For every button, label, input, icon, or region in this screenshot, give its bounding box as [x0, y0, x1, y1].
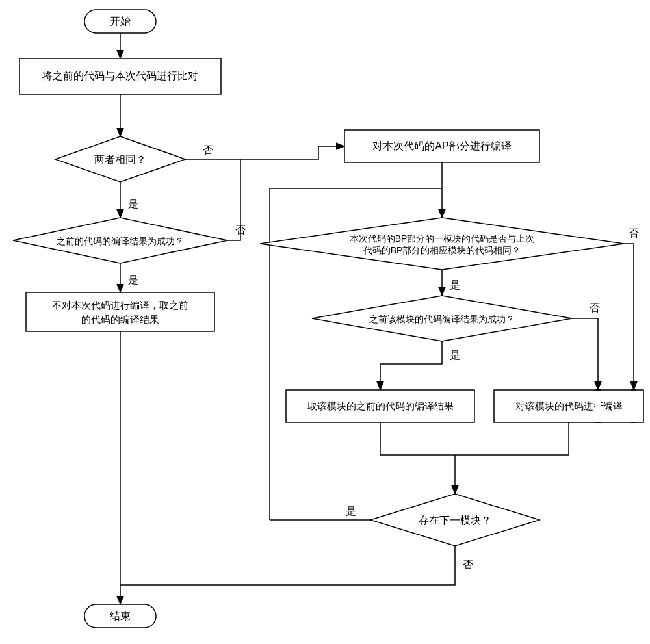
edge-dnext-no — [120, 546, 455, 585]
start-node: 开始 — [84, 10, 156, 33]
compileap-label: 对本次代码的AP部分进行编译 — [372, 140, 511, 151]
svg-rect-4 — [26, 292, 214, 331]
skip-label-2: 的代码的编译结果 — [81, 314, 159, 325]
dsame-yes-label: 是 — [128, 198, 138, 209]
dsame-no-label: 否 — [203, 144, 213, 155]
dnext-label: 存在下一模块？ — [419, 515, 491, 526]
skip-label-1: 不对本次代码进行编译，取之前 — [52, 300, 188, 311]
dnext-node: 存在下一模块？ — [370, 494, 540, 546]
dmod-no-label: 否 — [590, 302, 600, 313]
dmod-yes-label: 是 — [450, 350, 460, 361]
takeprev-label: 取该模块的之前的代码的编译结果 — [307, 400, 454, 411]
dbp-yes-label: 是 — [450, 279, 460, 290]
end-node: 结束 — [84, 604, 156, 628]
dprev-no-label: 否 — [235, 224, 246, 235]
dbp-no-label: 否 — [629, 227, 639, 238]
svg-rect-20 — [631, 391, 636, 422]
compare-node: 将之前的代码与本次代码进行比对 — [20, 58, 221, 94]
dbp-label-1: 本次代码的BP部分的一模块的代码是否与上次 — [350, 233, 535, 244]
compilemod-node: 对该模块的代码进行编译 — [494, 390, 644, 422]
flowchart: 开始 将之前的代码与本次代码进行比对 两者相同？ 否 是 之前的代码的编译结果为… — [0, 0, 650, 644]
end-label: 结束 — [110, 610, 131, 621]
dsame-node: 两者相同？ — [55, 136, 185, 182]
dnext-yes-label: 是 — [346, 506, 356, 517]
dmod-node: 之前该模块的代码编译结果为成功？ — [312, 296, 572, 341]
dmod-label: 之前该模块的代码编译结果为成功？ — [369, 314, 515, 324]
dbp-node: 本次代码的BP部分的一模块的代码是否与上次 代码的BP部分的相应模块的代码相同？ — [260, 218, 624, 270]
compare-label: 将之前的代码与本次代码进行比对 — [42, 70, 198, 81]
takeprev-node: 取该模块的之前的代码的编译结果 — [286, 390, 474, 422]
svg-rect-24 — [595, 391, 601, 422]
dprev-node: 之前的代码的编译结果为成功？ — [13, 218, 228, 263]
compilemod-label: 对该模块的代码进行编译 — [515, 400, 623, 411]
dsame-label: 两者相同？ — [94, 154, 146, 165]
edge-dmod-yes — [380, 341, 442, 390]
skip-node: 不对本次代码进行编译，取之前 的代码的编译结果 — [26, 292, 214, 331]
dnext-no-label: 否 — [463, 559, 473, 570]
dbp-label-2: 代码的BP部分的相应模块的代码相同？ — [363, 245, 521, 255]
svg-marker-6 — [260, 218, 624, 270]
start-label: 开始 — [110, 16, 131, 27]
compileap-node: 对本次代码的AP部分进行编译 — [344, 130, 540, 162]
dprev-yes-label: 是 — [128, 274, 138, 285]
dprev-label: 之前的代码的编译结果为成功？ — [57, 236, 184, 246]
